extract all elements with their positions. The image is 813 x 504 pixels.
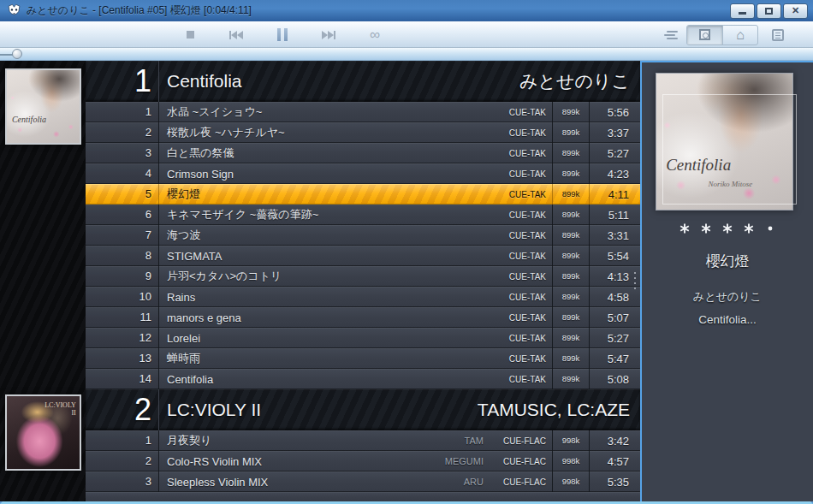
now-playing-album: Centifolia... (642, 313, 813, 326)
track-row[interactable]: 10RainsCUE-TAK899k4:58 (86, 287, 640, 307)
track-codec: CUE-TAK (496, 108, 552, 117)
now-playing-artwork: Centifolia Noriko Mitose (656, 73, 793, 210)
transport-controls: ∞ (180, 21, 385, 48)
track-codec: CUE-TAK (496, 210, 552, 220)
album-view-button[interactable] (687, 26, 722, 44)
track-title: 海つ波 (159, 228, 496, 243)
loop-button[interactable]: ∞ (365, 25, 385, 45)
track-duration: 4:13 (590, 270, 640, 283)
sidebar-thumb-centifolia[interactable]: Centifolia (5, 68, 81, 145)
library-icon: ⌂ (736, 28, 745, 42)
seek-progress (0, 54, 13, 56)
track-row[interactable]: 12LoreleiCUE-TAK899k5:27 (86, 328, 640, 348)
window-title: みとせのりこ - [Centifolia #05] 櫻幻燈 [0:04/4:11… (27, 3, 730, 18)
seekbar[interactable] (0, 48, 813, 61)
track-number: 10 (86, 287, 159, 307)
track-artist: TAM (427, 436, 496, 446)
stop-icon (187, 31, 194, 39)
view-button-group: ⌂ (686, 25, 758, 45)
star-filled-icon[interactable] (679, 223, 690, 234)
pause-button[interactable] (272, 25, 293, 45)
track-row[interactable]: 7海つ波CUE-TAK899k3:31 (86, 225, 640, 246)
track-bitrate: 899k (552, 184, 590, 205)
star-filled-icon[interactable] (722, 223, 733, 234)
track-duration: 4:57 (590, 455, 640, 468)
track-number: 1 (86, 102, 159, 122)
splitter-grip[interactable] (634, 272, 638, 289)
track-codec: CUE-TAK (496, 293, 552, 302)
track-row[interactable]: 3Sleepless Violin MIXARUCUE-FLAC998k5:35 (86, 471, 640, 492)
playlist-view-button[interactable] (767, 25, 789, 45)
track-title: 白と黒の祭儀 (159, 145, 496, 161)
close-button[interactable]: ✕ (783, 3, 808, 19)
track-row[interactable]: 9片羽<カタハ>のコトリCUE-TAK899k4:13 (86, 266, 640, 287)
stop-button[interactable] (180, 25, 200, 45)
minimize-icon (739, 12, 746, 15)
track-number: 3 (86, 471, 159, 492)
track-title: manors e gena (159, 311, 496, 324)
star-filled-icon[interactable] (701, 223, 711, 234)
cover-title-text: LC:VIOLY II (45, 402, 76, 418)
track-row[interactable]: 5櫻幻燈CUE-TAK899k4:11 (86, 184, 640, 205)
track-title: Lorelei (159, 332, 496, 345)
playlist-view-icon (772, 29, 784, 41)
album-header[interactable]: 1Centifoliaみとせのりこ (86, 61, 640, 102)
album-index: 1 (86, 61, 159, 102)
track-number: 9 (86, 266, 159, 287)
sidebar-thumb-violy[interactable]: LC:VIOLY II (5, 394, 81, 471)
track-number: 7 (86, 225, 159, 246)
track-row[interactable]: 4Crimson SignCUE-TAK899k4:23 (86, 163, 640, 184)
track-codec: CUE-FLAC (496, 436, 552, 446)
track-row[interactable]: 1月夜契りTAMCUE-FLAC998k3:42 (86, 430, 640, 451)
minimize-button[interactable] (730, 3, 755, 19)
track-duration: 5:08 (590, 373, 640, 386)
artwork-subtitle-text: Noriko Mitose (708, 180, 752, 188)
track-codec: CUE-TAK (496, 313, 552, 323)
artwork-title-text: Centifolia (666, 156, 731, 175)
next-icon (322, 31, 328, 39)
track-number: 14 (86, 369, 159, 389)
maximize-icon (765, 8, 773, 15)
track-duration: 5:56 (590, 106, 640, 119)
track-row[interactable]: 6キネマモザイク ~薔薇の筆跡~CUE-TAK899k5:11 (86, 205, 640, 225)
track-artist: ARU (427, 477, 496, 487)
track-codec: CUE-TAK (496, 354, 552, 364)
maximize-button[interactable] (757, 3, 781, 19)
seek-thumb[interactable] (12, 49, 22, 59)
track-duration: 5:11 (590, 209, 640, 222)
centifolia-cover-art: Centifolia (7, 70, 80, 143)
content-area: Centifolia LC:VIOLY II 1Centifoliaみとせのりこ… (0, 61, 813, 501)
track-duration: 5:54 (590, 250, 640, 263)
foobar2000-app-icon (7, 3, 21, 18)
track-duration: 4:11 (590, 188, 640, 201)
now-playing-artist: みとせのりこ (642, 289, 813, 305)
track-row[interactable]: 14CentifoliaCUE-TAK899k5:08 (86, 369, 640, 389)
track-row[interactable]: 3白と黒の祭儀CUE-TAK899k5:27 (86, 143, 640, 163)
track-title: STIGMATA (159, 250, 496, 263)
track-bitrate: 899k (552, 205, 590, 225)
track-title: 櫻幻燈 (159, 187, 496, 202)
track-row[interactable]: 8STIGMATACUE-TAK899k5:54 (86, 246, 640, 266)
track-row[interactable]: 2Colo-RS Violin MIXMEGUMICUE-FLAC998k4:5… (86, 451, 640, 471)
library-view-button[interactable]: ⌂ (722, 26, 757, 44)
track-bitrate: 899k (552, 266, 590, 287)
star-filled-icon[interactable] (744, 223, 754, 234)
track-duration: 4:58 (590, 291, 640, 304)
next-button[interactable] (318, 25, 339, 45)
track-duration: 3:31 (590, 229, 640, 242)
track-row[interactable]: 2桜散ル夜 ~ハナチルヤ~CUE-TAK899k3:37 (86, 122, 640, 143)
queue-icon[interactable] (664, 31, 678, 39)
track-number: 1 (86, 430, 159, 451)
track-bitrate: 899k (552, 307, 590, 328)
track-bitrate: 899k (552, 369, 590, 389)
track-codec: CUE-TAK (496, 169, 552, 179)
track-number: 11 (86, 307, 159, 328)
track-bitrate: 998k (552, 471, 590, 492)
track-row[interactable]: 1水晶 ~スイショウ~CUE-TAK899k5:56 (86, 102, 640, 122)
track-row[interactable]: 13蝉時雨CUE-TAK899k5:47 (86, 348, 640, 369)
track-row[interactable]: 11manors e genaCUE-TAK899k5:07 (86, 307, 640, 328)
album-header[interactable]: 2LC:VIOLY IITAMUSIC, LC:AZE (86, 389, 640, 430)
previous-button[interactable] (226, 25, 246, 45)
star-empty-icon[interactable] (765, 223, 775, 234)
album-title: LC:VIOLY II (159, 400, 261, 420)
